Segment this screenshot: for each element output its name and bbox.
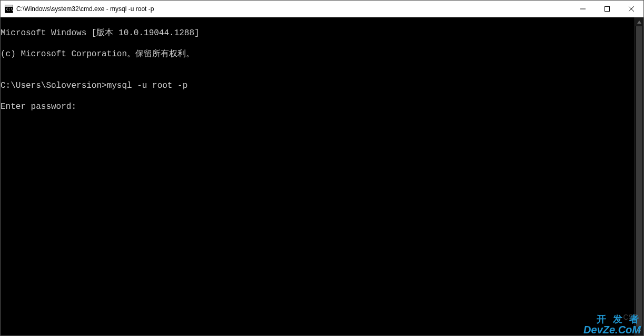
terminal-container: Microsoft Windows [版本 10.0.19044.1288] (… (1, 17, 643, 335)
cmd-window: C:\ C:\Windows\system32\cmd.exe - mysql … (0, 0, 644, 336)
terminal-line: Microsoft Windows [版本 10.0.19044.1288] (1, 28, 635, 38)
scrollbar-track[interactable] (635, 26, 643, 327)
maximize-button[interactable] (595, 1, 619, 17)
scroll-up-button[interactable] (635, 17, 643, 26)
svg-rect-4 (605, 6, 610, 11)
vertical-scrollbar[interactable] (635, 17, 643, 335)
svg-marker-8 (637, 330, 641, 333)
terminal-output[interactable]: Microsoft Windows [版本 10.0.19044.1288] (… (1, 17, 635, 335)
minimize-button[interactable] (571, 1, 595, 17)
scroll-down-button[interactable] (635, 327, 643, 335)
window-title: C:\Windows\system32\cmd.exe - mysql -u r… (16, 5, 571, 13)
window-controls (571, 1, 643, 17)
svg-rect-1 (5, 5, 13, 7)
svg-marker-7 (637, 21, 641, 24)
titlebar[interactable]: C:\ C:\Windows\system32\cmd.exe - mysql … (1, 1, 643, 17)
cmd-icon: C:\ (5, 5, 13, 13)
terminal-line: Enter password: (1, 101, 635, 112)
close-button[interactable] (619, 1, 643, 17)
terminal-line: C:\Users\Soloversion>mysql -u root -p (1, 80, 635, 91)
scrollbar-thumb[interactable] (636, 26, 642, 327)
svg-text:C:\: C:\ (6, 7, 13, 12)
terminal-line: (c) Microsoft Corporation。保留所有权利。 (1, 49, 635, 59)
